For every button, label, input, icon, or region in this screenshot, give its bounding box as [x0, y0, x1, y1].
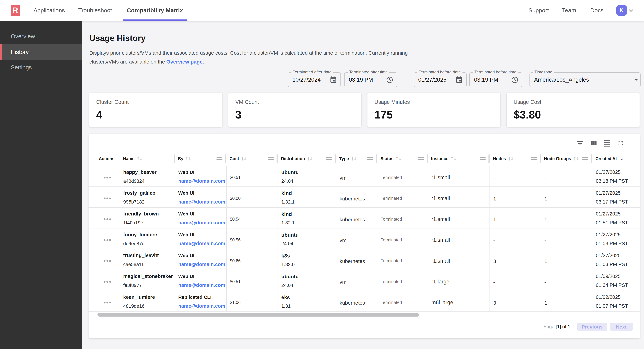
sort-icon[interactable] — [508, 156, 514, 162]
drag-handle-icon[interactable] — [582, 155, 588, 162]
columns-icon[interactable] — [590, 139, 597, 147]
cell-by: Replicated CLIname@domain.com — [174, 291, 226, 311]
table-row[interactable]: happy_beavera48d9324 Web UIname@domain.c… — [88, 165, 640, 186]
nav-tab-support[interactable]: Support — [528, 0, 549, 21]
sidebar-item-settings[interactable]: Settings — [0, 60, 82, 75]
next-page-button[interactable]: Next — [610, 323, 633, 331]
more-actions-icon[interactable] — [102, 193, 113, 204]
distro-name: k3s — [281, 251, 336, 260]
creator-email[interactable]: name@domain.com — [178, 198, 226, 206]
column-header-name[interactable]: Name — [120, 152, 174, 165]
filter-icon[interactable] — [576, 139, 584, 147]
column-separator[interactable] — [276, 154, 278, 163]
column-separator[interactable] — [540, 154, 541, 163]
column-header-instance[interactable]: Instance — [428, 152, 490, 165]
column-header-nodes[interactable]: Nodes — [490, 152, 540, 165]
nav-tab-compatibility-matrix[interactable]: Compatibility Matrix — [127, 0, 183, 21]
sort-icon[interactable] — [573, 156, 579, 162]
sort-icon[interactable] — [136, 156, 142, 162]
more-actions-icon[interactable] — [102, 172, 113, 183]
creator-email[interactable]: name@domain.com — [178, 177, 226, 185]
chevron-down-icon[interactable] — [627, 6, 635, 15]
nav-tab-team[interactable]: Team — [562, 0, 576, 21]
table-row[interactable]: friendly_brown1f40a19e Web UIname@domain… — [88, 207, 640, 228]
sort-icon[interactable] — [241, 156, 247, 162]
nav-tab-applications[interactable]: Applications — [34, 0, 65, 21]
creator-email[interactable]: name@domain.com — [178, 281, 226, 290]
sort-icon[interactable] — [396, 156, 401, 162]
nav-tab-troubleshoot[interactable]: Troubleshoot — [78, 0, 112, 21]
terminated-after-date-value[interactable]: 10/27/2024 — [292, 72, 321, 87]
column-header-cost[interactable]: Cost — [226, 152, 278, 165]
drag-handle-icon[interactable] — [267, 155, 274, 162]
column-separator[interactable] — [174, 154, 175, 163]
clock-icon[interactable] — [386, 76, 393, 83]
dropdown-arrow-icon[interactable] — [632, 76, 640, 83]
user-avatar[interactable]: K — [616, 5, 627, 16]
column-separator[interactable] — [426, 154, 428, 163]
column-header-by[interactable]: By — [174, 152, 226, 165]
drag-handle-icon[interactable] — [367, 155, 374, 162]
status-value: Terminated — [381, 175, 402, 180]
fullscreen-icon[interactable] — [617, 139, 625, 147]
replicated-logo[interactable]: R — [10, 4, 20, 16]
drag-handle-icon[interactable] — [216, 155, 223, 162]
column-separator[interactable] — [376, 154, 377, 163]
more-actions-icon[interactable] — [102, 276, 113, 287]
terminated-before-time-field[interactable]: Terminated before time 03:19 PM — [469, 72, 522, 87]
column-separator[interactable] — [335, 154, 336, 163]
creator-email[interactable]: name@domain.com — [178, 302, 226, 311]
creator-email[interactable]: name@domain.com — [178, 239, 226, 248]
terminated-after-date-field[interactable]: Terminated after date 10/27/2024 — [288, 72, 341, 87]
clock-icon[interactable] — [511, 76, 518, 83]
column-separator[interactable] — [488, 154, 490, 163]
overview-page-link[interactable]: Overview page — [166, 58, 202, 64]
terminated-before-date-field[interactable]: Terminated before date 01/27/2025 — [414, 72, 466, 87]
creator-email[interactable]: name@domain.com — [178, 218, 226, 227]
calendar-icon[interactable] — [329, 76, 337, 83]
density-icon[interactable] — [603, 139, 611, 147]
terminated-after-time-field[interactable]: Terminated after time 03:19 PM — [344, 72, 397, 87]
creator-email[interactable]: name@domain.com — [178, 260, 226, 269]
nav-tab-docs[interactable]: Docs — [590, 0, 604, 21]
column-header-type[interactable]: Type — [336, 152, 377, 165]
horizontal-scrollbar-thumb[interactable] — [97, 313, 419, 316]
more-actions-icon[interactable] — [102, 235, 113, 246]
table-row[interactable]: funny_lumierede9ed87d Web UIname@domain.… — [88, 228, 640, 249]
drag-handle-icon[interactable] — [530, 155, 537, 162]
terminated-before-date-value[interactable]: 01/27/2025 — [418, 72, 446, 87]
sidebar-item-overview[interactable]: Overview — [0, 29, 82, 44]
terminated-before-time-value[interactable]: 03:19 PM — [474, 72, 498, 87]
sort-icon[interactable] — [450, 156, 456, 162]
more-actions-icon[interactable] — [102, 297, 113, 308]
column-header-distribution[interactable]: Distribution — [278, 152, 336, 165]
description-line2: clusters/VMs are available on the — [90, 58, 165, 64]
sort-icon[interactable] — [351, 156, 357, 162]
sort-icon[interactable] — [186, 156, 191, 162]
cluster-id: 4819de16 — [123, 302, 174, 311]
previous-page-button[interactable]: Previous — [577, 323, 607, 331]
drag-handle-icon[interactable] — [326, 155, 332, 162]
table-row[interactable]: frosty_galileo995b7182 Web UIname@domain… — [88, 186, 640, 207]
column-header-created-at[interactable]: Created At — [592, 152, 640, 165]
node-groups-value: - — [544, 279, 546, 285]
timezone-select[interactable]: Timezone America/Los_Angeles — [529, 72, 640, 87]
more-actions-icon[interactable] — [102, 214, 113, 225]
sorted-desc-icon[interactable] — [620, 156, 624, 161]
column-separator[interactable] — [591, 154, 592, 163]
node-groups-value: - — [544, 175, 546, 180]
timezone-value[interactable]: America/Los_Angeles — [534, 72, 589, 87]
drag-handle-icon[interactable] — [417, 155, 424, 162]
drag-handle-icon[interactable] — [479, 155, 486, 162]
terminated-after-time-value[interactable]: 03:19 PM — [349, 72, 373, 87]
column-header-status[interactable]: Status — [377, 152, 428, 165]
calendar-icon[interactable] — [455, 76, 463, 83]
sidebar-item-history[interactable]: History — [0, 44, 82, 60]
table-row[interactable]: keen_lumiere4819de16 Replicated CLIname@… — [88, 291, 640, 311]
sort-icon[interactable] — [307, 156, 313, 162]
column-separator[interactable] — [225, 154, 226, 163]
more-actions-icon[interactable] — [102, 255, 113, 266]
table-row[interactable]: trusting_leavittcae5ea11 Web UIname@doma… — [88, 249, 640, 270]
table-row[interactable]: magical_stonebrakerfe3f8977 Web UIname@d… — [88, 270, 640, 291]
column-header-node-groups[interactable]: Node Groups — [540, 152, 592, 165]
